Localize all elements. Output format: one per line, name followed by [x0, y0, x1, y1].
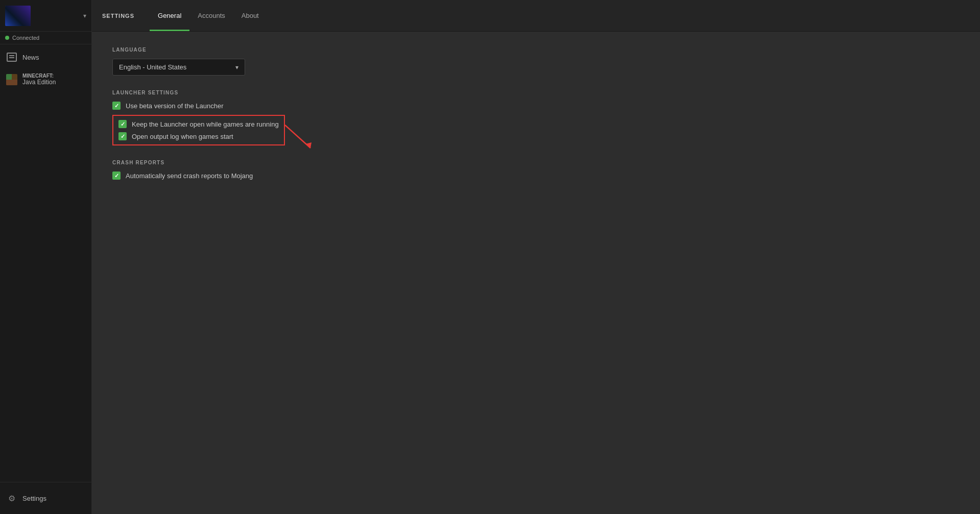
- svg-marker-1: [305, 142, 312, 148]
- keep-open-checkbox[interactable]: [118, 120, 127, 128]
- language-value: English - United States: [119, 63, 186, 71]
- gear-icon: ⚙: [8, 494, 15, 503]
- settings-page: LANGUAGE English - United States ▾ LAUNC…: [92, 32, 980, 514]
- use-beta-checkbox[interactable]: [112, 102, 121, 110]
- page-title: SETTINGS: [102, 13, 134, 19]
- output-log-item: Open output log when games start: [118, 132, 279, 140]
- annotation-arrow: [285, 120, 326, 151]
- sidebar: ▾ Connected News MINECRAFT: Java Edition…: [0, 0, 92, 514]
- sidebar-header[interactable]: ▾: [0, 0, 91, 32]
- tab-about[interactable]: About: [233, 0, 267, 31]
- sidebar-item-news[interactable]: News: [0, 46, 91, 68]
- settings-icon: ⚙: [6, 493, 17, 504]
- highlight-box: Keep the Launcher open while games are r…: [112, 115, 285, 145]
- connection-status-label: Connected: [12, 35, 39, 41]
- output-log-checkbox[interactable]: [118, 132, 127, 140]
- output-log-label: Open output log when games start: [132, 133, 233, 140]
- sidebar-nav: News MINECRAFT: Java Edition: [0, 44, 91, 482]
- sidebar-item-settings[interactable]: ⚙ Settings: [0, 487, 91, 509]
- dropdown-arrow-icon: ▾: [235, 64, 238, 71]
- main-content: SETTINGS General Accounts About LANGUAGE…: [92, 0, 980, 514]
- account-avatar: [5, 6, 31, 26]
- language-section-label: LANGUAGE: [112, 47, 960, 53]
- annotation-container: Keep the Launcher open while games are r…: [112, 115, 285, 145]
- svg-line-0: [285, 125, 310, 148]
- tab-general[interactable]: General: [150, 0, 189, 31]
- sidebar-item-minecraft-java[interactable]: MINECRAFT: Java Edition: [0, 68, 91, 91]
- launcher-settings-label: LAUNCHER SETTINGS: [112, 90, 960, 95]
- minecraft-label-line1: MINECRAFT:: [22, 73, 56, 79]
- keep-open-label: Keep the Launcher open while games are r…: [132, 120, 279, 128]
- launcher-settings-section: LAUNCHER SETTINGS Use beta version of th…: [112, 90, 960, 145]
- news-icon: [6, 52, 17, 63]
- sidebar-item-minecraft-label: MINECRAFT: Java Edition: [22, 73, 56, 86]
- crash-reports-section: CRASH REPORTS Automatically send crash r…: [112, 160, 960, 180]
- auto-crash-checkbox[interactable]: [112, 172, 121, 180]
- auto-crash-label: Automatically send crash reports to Moja…: [126, 172, 253, 180]
- tab-bar: General Accounts About: [150, 0, 267, 31]
- language-section: LANGUAGE English - United States ▾: [112, 47, 960, 76]
- topbar: SETTINGS General Accounts About: [92, 0, 980, 32]
- tab-accounts[interactable]: Accounts: [189, 0, 233, 31]
- sidebar-bottom: ⚙ Settings: [0, 482, 91, 514]
- connection-status: Connected: [0, 32, 91, 44]
- account-info[interactable]: [5, 6, 31, 26]
- use-beta-label: Use beta version of the Launcher: [126, 102, 224, 110]
- minecraft-label-line2: Java Edition: [22, 79, 56, 86]
- auto-crash-item: Automatically send crash reports to Moja…: [112, 172, 960, 180]
- use-beta-item: Use beta version of the Launcher: [112, 102, 960, 110]
- account-chevron-icon[interactable]: ▾: [83, 12, 86, 19]
- sidebar-item-news-label: News: [22, 54, 39, 61]
- sidebar-item-settings-label: Settings: [22, 495, 46, 502]
- status-dot-icon: [5, 36, 9, 40]
- keep-open-item: Keep the Launcher open while games are r…: [118, 120, 279, 128]
- language-dropdown[interactable]: English - United States ▾: [112, 59, 245, 76]
- minecraft-java-icon: [6, 74, 17, 85]
- crash-reports-label: CRASH REPORTS: [112, 160, 960, 165]
